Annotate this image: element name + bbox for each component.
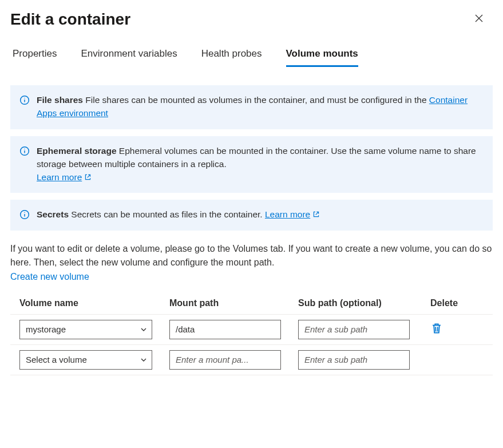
info-icon xyxy=(19,146,30,156)
tab-properties[interactable]: Properties xyxy=(13,48,57,67)
svg-point-4 xyxy=(24,98,25,98)
volume-select[interactable]: Select a volume xyxy=(19,350,152,370)
close-icon xyxy=(474,14,484,23)
info-text: Ephemeral storage Ephemeral volumes can … xyxy=(37,144,484,184)
external-link-icon xyxy=(84,173,92,181)
svg-line-12 xyxy=(316,212,319,215)
help-text: If you want to edit or delete a volume, … xyxy=(10,242,493,284)
col-header-name: Volume name xyxy=(19,298,169,308)
col-header-mount: Mount path xyxy=(169,298,298,308)
svg-line-8 xyxy=(88,175,90,177)
col-header-delete: Delete xyxy=(427,298,484,308)
info-text: Secrets Secrets can be mounted as files … xyxy=(37,208,484,221)
delete-button[interactable] xyxy=(430,322,443,337)
svg-point-11 xyxy=(24,212,25,213)
info-text: File shares File shares can be mounted a… xyxy=(37,93,484,120)
col-header-sub: Sub path (optional) xyxy=(298,298,427,308)
close-button[interactable] xyxy=(471,10,487,26)
tab-volume-mounts[interactable]: Volume mounts xyxy=(286,48,358,67)
table-row: mystorage xyxy=(10,315,493,345)
tab-bar: PropertiesEnvironment variablesHealth pr… xyxy=(10,48,493,67)
external-link-icon xyxy=(312,211,320,218)
mount-path-input[interactable] xyxy=(169,350,281,370)
info-icon xyxy=(19,95,30,105)
svg-point-7 xyxy=(24,148,25,149)
sub-path-input[interactable] xyxy=(298,350,410,370)
chevron-down-icon xyxy=(140,356,147,363)
volume-select[interactable]: mystorage xyxy=(19,320,152,339)
tab-health-probes[interactable]: Health probes xyxy=(201,48,262,67)
page-title: Edit a container xyxy=(10,10,130,29)
info-link[interactable]: Learn more xyxy=(37,172,82,182)
sub-path-input[interactable] xyxy=(298,320,410,339)
info-link[interactable]: Container Apps environment xyxy=(37,95,468,118)
info-icon xyxy=(19,209,30,220)
info-box: Secrets Secrets can be mounted as files … xyxy=(10,200,493,230)
mount-path-input[interactable] xyxy=(169,320,281,339)
tab-environment-variables[interactable]: Environment variables xyxy=(81,48,177,67)
info-box: File shares File shares can be mounted a… xyxy=(10,85,493,129)
trash-icon xyxy=(430,322,443,335)
info-link[interactable]: Learn more xyxy=(265,209,310,219)
chevron-down-icon xyxy=(140,326,147,333)
create-volume-link[interactable]: Create new volume xyxy=(10,272,89,282)
info-box: Ephemeral storage Ephemeral volumes can … xyxy=(10,136,493,193)
volume-table-header: Volume name Mount path Sub path (optiona… xyxy=(10,298,493,315)
table-row: Select a volume xyxy=(10,345,493,375)
